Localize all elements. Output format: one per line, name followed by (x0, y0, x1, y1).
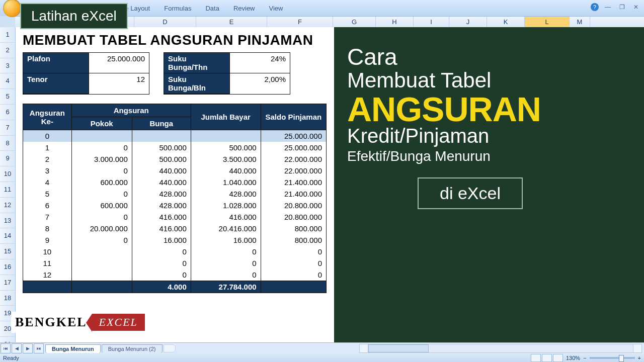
ribbon-tab-formulas[interactable]: Formulas (157, 5, 198, 12)
cell[interactable]: 440.000 (132, 165, 191, 176)
cell[interactable]: 11 (23, 257, 72, 269)
cell[interactable]: 440.000 (191, 165, 261, 176)
cell[interactable]: 12 (23, 269, 72, 281)
cell[interactable]: 0 (71, 211, 132, 223)
cell[interactable]: 0 (191, 246, 261, 257)
cell[interactable]: 25.000.000 (261, 142, 326, 153)
cell[interactable]: 5 (23, 188, 72, 200)
row-10[interactable]: 10 (0, 166, 15, 182)
cell[interactable]: 16.000 (191, 234, 261, 246)
cell[interactable]: 0 (261, 246, 326, 257)
cell[interactable]: 6 (23, 200, 72, 211)
cell[interactable]: 1.028.000 (191, 200, 261, 211)
tab-nav-next[interactable]: ▶ (23, 343, 33, 353)
col-F[interactable]: F (267, 17, 333, 28)
tab-nav-prev[interactable]: ◀ (12, 343, 22, 353)
cell[interactable]: 3.500.000 (191, 153, 261, 165)
col-G[interactable]: G (333, 17, 376, 28)
cell[interactable]: 0 (71, 142, 132, 153)
cell[interactable]: 0 (71, 165, 132, 176)
col-D[interactable]: D (134, 17, 196, 28)
cell[interactable]: 600.000 (71, 200, 132, 211)
cell[interactable]: 3.000.000 (71, 153, 132, 165)
row-15[interactable]: 15 (0, 244, 15, 259)
cell[interactable]: 0 (191, 257, 261, 269)
row-9[interactable]: 9 (0, 151, 15, 166)
cell[interactable] (71, 130, 132, 142)
cell[interactable]: 0 (132, 246, 191, 257)
cell[interactable]: 8 (23, 223, 72, 234)
col-M[interactable]: M (570, 17, 590, 28)
tab-nav-last[interactable]: ⏭ (34, 343, 44, 353)
zoom-level[interactable]: 130% (566, 355, 580, 361)
col-K[interactable]: K (487, 17, 525, 28)
cell[interactable]: 428.000 (132, 188, 191, 200)
row-6[interactable]: 6 (0, 105, 15, 120)
cell[interactable]: 21.400.000 (261, 176, 326, 188)
cell[interactable]: 20.800.000 (261, 200, 326, 211)
ribbon-tab-data[interactable]: Data (198, 5, 226, 12)
scroll-right-icon[interactable] (633, 344, 641, 352)
row-3[interactable]: 3 (0, 58, 15, 74)
zoom-slider[interactable] (590, 357, 635, 359)
restore-icon[interactable]: ❐ (617, 4, 627, 11)
cell[interactable]: 1.040.000 (191, 176, 261, 188)
cell[interactable]: 22.000.000 (261, 165, 326, 176)
cell[interactable]: 0 (261, 269, 326, 281)
cell[interactable]: 0 (23, 130, 72, 142)
row-7[interactable]: 7 (0, 120, 15, 136)
col-E[interactable]: E (196, 17, 267, 28)
row-5[interactable]: 5 (0, 89, 15, 105)
col-I[interactable]: I (414, 17, 449, 28)
zoom-in-icon[interactable]: + (638, 355, 641, 361)
cell[interactable]: 600.000 (71, 176, 132, 188)
cell[interactable]: 20.000.000 (71, 223, 132, 234)
cell[interactable] (71, 269, 132, 281)
row-12[interactable]: 12 (0, 198, 15, 213)
row-4[interactable]: 4 (0, 73, 15, 89)
cell[interactable]: 0 (191, 269, 261, 281)
cell[interactable]: 0 (132, 269, 191, 281)
row-8[interactable]: 8 (0, 136, 15, 151)
cell[interactable]: 4 (23, 176, 72, 188)
cell[interactable]: 416.000 (191, 211, 261, 223)
cell[interactable] (132, 130, 191, 142)
close-icon[interactable]: ✕ (631, 4, 641, 11)
cell[interactable]: 416.000 (132, 223, 191, 234)
cell[interactable]: 10 (23, 246, 72, 257)
row-13[interactable]: 13 (0, 213, 15, 229)
col-L[interactable]: L (525, 17, 570, 28)
cell[interactable]: 0 (261, 257, 326, 269)
ribbon-tab-view[interactable]: View (262, 5, 290, 12)
cell[interactable]: 500.000 (191, 142, 261, 153)
row-14[interactable]: 14 (0, 228, 15, 244)
cell[interactable]: 500.000 (132, 153, 191, 165)
cell[interactable]: 428.000 (191, 188, 261, 200)
cell[interactable]: 1 (23, 142, 72, 153)
cell[interactable]: 21.400.000 (261, 188, 326, 200)
col-H[interactable]: H (376, 17, 414, 28)
horizontal-scrollbar[interactable] (359, 344, 642, 353)
row-headers[interactable]: 12345678910111213141516171819202122 (0, 27, 16, 347)
row-1[interactable]: 1 (0, 27, 15, 43)
cell[interactable]: 16.000 (132, 234, 191, 246)
cell[interactable] (71, 246, 132, 257)
col-J[interactable]: J (449, 17, 487, 28)
cell[interactable] (71, 257, 132, 269)
cell[interactable]: 20.800.000 (261, 211, 326, 223)
tab-nav-first[interactable]: ⏮ (1, 343, 11, 353)
cell[interactable]: 440.000 (132, 176, 191, 188)
cell[interactable]: 3 (23, 165, 72, 176)
ribbon-tab-review[interactable]: Review (226, 5, 262, 12)
row-2[interactable]: 2 (0, 43, 15, 58)
cell[interactable]: 416.000 (132, 211, 191, 223)
cell[interactable]: 0 (71, 188, 132, 200)
view-buttons[interactable] (531, 354, 563, 362)
row-11[interactable]: 11 (0, 182, 15, 198)
cell[interactable]: 22.000.000 (261, 153, 326, 165)
cell[interactable]: 7 (23, 211, 72, 223)
minimize-icon[interactable]: — (603, 4, 613, 11)
cell[interactable]: 0 (132, 257, 191, 269)
help-icon[interactable]: ? (591, 3, 599, 11)
sheet-tab-other[interactable]: Bunga Menurun (2) (102, 344, 163, 353)
